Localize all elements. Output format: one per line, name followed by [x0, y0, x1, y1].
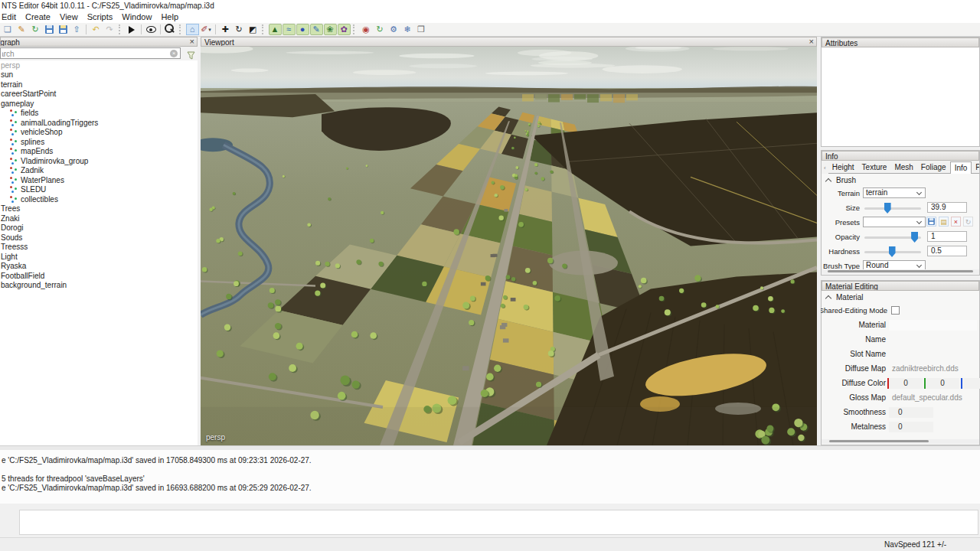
tab-info[interactable]: Info [950, 161, 972, 174]
scenegraph-node-Light[interactable]: Light [0, 252, 198, 262]
presets-dropdown[interactable] [863, 217, 926, 227]
reload-preset-icon[interactable]: ↻ [963, 217, 973, 227]
scenegraph-node-Vladimirovka_group[interactable]: Vladimirovka_group [0, 156, 198, 166]
scenegraph-node-gameplay[interactable]: gameplay [0, 99, 198, 109]
menu-item-scripts[interactable]: Scripts [83, 11, 118, 23]
scenegraph-node-WaterPlanes[interactable]: WaterPlanes [0, 175, 198, 185]
scenegraph-node-SLEDU[interactable]: SLEDU [0, 185, 198, 195]
tab-height[interactable]: Height [828, 161, 858, 174]
scenegraph-node-fields[interactable]: fields [0, 109, 198, 119]
scenegraph-node-terrain[interactable]: terrain [0, 80, 198, 90]
new-preset-icon[interactable]: ▤ [939, 217, 949, 227]
hardness-slider-thumb[interactable] [889, 246, 896, 257]
menu-item-view[interactable]: View [55, 11, 83, 23]
scenegraph-node-Souds[interactable]: Souds [0, 233, 198, 243]
scale-icon[interactable]: ◩ [247, 24, 260, 35]
material-hscrollbar[interactable] [822, 439, 979, 444]
import-icon[interactable]: ⇧ [70, 24, 83, 35]
reload-icon[interactable]: ↻ [29, 24, 42, 35]
navigation-ball-icon[interactable]: ◉ [360, 24, 373, 35]
save-preset-icon[interactable] [926, 217, 936, 227]
size-slider-thumb[interactable] [884, 203, 891, 214]
opacity-slider-thumb[interactable] [911, 232, 918, 243]
hardness-value-input[interactable]: 0.5 [927, 246, 967, 256]
size-slider[interactable] [864, 207, 921, 210]
opacity-value-input[interactable]: 1 [927, 231, 967, 242]
rotate-icon[interactable]: ↻ [233, 24, 246, 35]
settings-gear-icon[interactable]: ⚙ [387, 24, 400, 35]
scenegraph-node-careerStartPoint[interactable]: careerStartPoint [0, 90, 198, 99]
smoothness-input[interactable]: 0 [889, 407, 933, 418]
menu-item-edit[interactable]: Edit [0, 11, 21, 23]
foliage-paint-icon[interactable]: ❀ [324, 24, 337, 35]
scenegraph-node-animalLoadingTriggers[interactable]: animalLoadingTriggers [0, 118, 198, 128]
menu-item-help[interactable]: Help [156, 11, 183, 23]
tab-texture[interactable]: Texture [858, 161, 891, 174]
terrain-sculpt-icon[interactable]: ▲ [269, 24, 282, 35]
play-icon[interactable] [126, 24, 139, 35]
close-icon[interactable]: × [190, 37, 194, 47]
delete-preset-icon[interactable]: × [951, 217, 961, 227]
terrain-smooth-icon[interactable]: ≈ [283, 24, 296, 35]
menu-item-create[interactable]: Create [21, 11, 55, 23]
scenegraph-node-collectibles[interactable]: collectibles [0, 194, 198, 204]
save-icon[interactable] [43, 24, 56, 35]
diffuse-color-g-input[interactable]: 0 [924, 378, 959, 389]
tab-scroll-left-icon[interactable]: ‹ [822, 165, 828, 174]
scenegraph-node-Znaki[interactable]: Znaki [0, 214, 198, 223]
scenegraph-node-persp[interactable]: persp [0, 60, 198, 70]
brush-section-header[interactable]: Brush [822, 175, 979, 186]
script-file-icon[interactable]: ❐ [415, 24, 428, 35]
material-section-header[interactable]: Material [822, 292, 979, 303]
slot-name-field[interactable] [889, 349, 977, 360]
save-as-icon[interactable] [57, 24, 70, 35]
redo-icon[interactable]: ↷ [103, 24, 116, 35]
zoom-magnifier-icon[interactable] [164, 24, 177, 35]
terrain-dropdown[interactable]: terrain [863, 187, 926, 198]
metalness-input[interactable]: 0 [889, 422, 933, 432]
scenegraph-node-background_terrain[interactable]: background_terrain [0, 281, 198, 291]
material-field[interactable] [889, 320, 977, 331]
menu-item-window[interactable]: Window [117, 11, 156, 23]
opacity-slider[interactable] [864, 236, 921, 239]
scenegraph-node-Treesss[interactable]: Treesss [0, 243, 198, 253]
size-value-input[interactable]: 39.9 [927, 202, 967, 213]
scenegraph-node-Trees[interactable]: Trees [0, 204, 198, 214]
tab-foliage[interactable]: Foliage [917, 161, 950, 174]
visibility-eye-icon[interactable] [145, 24, 158, 35]
local-world-axis-icon[interactable]: ✐▾ [200, 24, 213, 35]
scenegraph-node-sun[interactable]: sun [0, 70, 198, 80]
diffuse-color-r-input[interactable]: 0 [887, 378, 923, 389]
frame-selection-icon[interactable]: ⌂ [186, 24, 199, 35]
viewport-3d-scene[interactable]: persp [201, 47, 817, 445]
scenegraph-node-Dorogi[interactable]: Dorogi [0, 223, 198, 233]
snowflake-icon[interactable]: ❄ [401, 24, 414, 35]
refresh-scene-icon[interactable]: ↻ [374, 24, 387, 35]
new-file-icon[interactable]: ❏ [2, 24, 15, 35]
hardness-slider[interactable] [864, 251, 921, 253]
search-input[interactable] [1, 48, 168, 60]
terrain-paint-icon[interactable]: ✎ [310, 24, 323, 35]
gloss-map-field[interactable]: default_specular.dds [889, 393, 977, 403]
terrain-info-icon[interactable]: ✿ [338, 24, 351, 35]
undo-icon[interactable]: ↶ [90, 24, 103, 35]
scenegraph-node-mapEnds[interactable]: mapEnds [0, 147, 198, 157]
clear-search-icon[interactable]: × [170, 50, 178, 57]
edit-file-icon[interactable]: ✎ [15, 24, 28, 35]
diffuse-map-field[interactable]: zadniktreebirch.dds [889, 364, 977, 374]
scenegraph-node-FootballField[interactable]: FootballField [0, 271, 198, 281]
script-console-input[interactable] [19, 510, 978, 535]
terrain-flatten-icon[interactable]: ● [296, 24, 309, 35]
scenegraph-node-splines[interactable]: splines [0, 137, 198, 147]
tab-mesh[interactable]: Mesh [890, 161, 916, 174]
scenegraph-node-Zadnik[interactable]: Zadnik [0, 166, 198, 176]
translate-icon[interactable]: ✚ [219, 24, 232, 35]
info-hscrollbar[interactable] [822, 269, 979, 274]
name-field[interactable] [889, 334, 977, 345]
scenegraph-node-Ryaska[interactable]: Ryaska [0, 262, 198, 272]
close-icon[interactable]: × [809, 37, 814, 47]
tab-procedural[interactable]: Procedural [972, 161, 979, 174]
scenegraph-node-vehicleShop[interactable]: vehicleShop [0, 128, 198, 138]
diffuse-color-b-input[interactable] [961, 378, 980, 389]
shared-editing-checkbox[interactable] [891, 306, 900, 315]
